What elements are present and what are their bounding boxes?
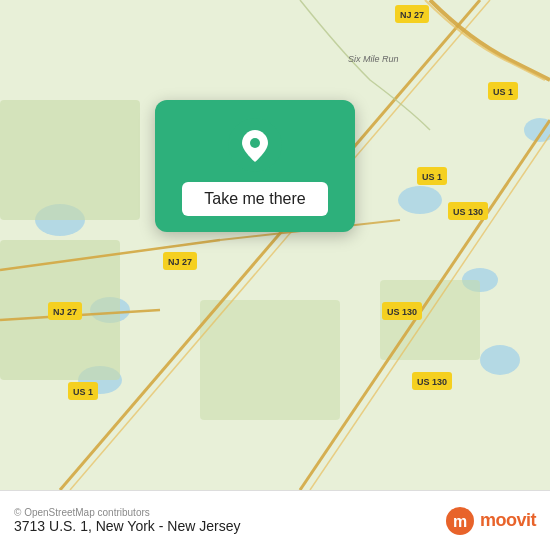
svg-text:NJ 27: NJ 27 xyxy=(53,307,77,317)
svg-text:US 1: US 1 xyxy=(493,87,513,97)
svg-rect-8 xyxy=(0,100,140,220)
svg-text:US 130: US 130 xyxy=(387,307,417,317)
address-label: 3713 U.S. 1, New York - New Jersey xyxy=(14,518,240,534)
svg-text:US 1: US 1 xyxy=(422,172,442,182)
svg-text:NJ 27: NJ 27 xyxy=(168,257,192,267)
svg-text:US 130: US 130 xyxy=(417,377,447,387)
svg-text:US 130: US 130 xyxy=(453,207,483,217)
svg-rect-10 xyxy=(200,300,340,420)
bottom-bar: © OpenStreetMap contributors 3713 U.S. 1… xyxy=(0,490,550,550)
moovit-brand-label: moovit xyxy=(480,510,536,531)
action-card[interactable]: Take me there xyxy=(155,100,355,232)
moovit-logo: m moovit xyxy=(445,506,536,536)
take-me-there-button[interactable]: Take me there xyxy=(182,182,327,216)
moovit-m-icon: m xyxy=(445,506,475,536)
location-pin-icon xyxy=(228,118,282,172)
map-attribution: © OpenStreetMap contributors xyxy=(14,507,240,518)
bottom-info: © OpenStreetMap contributors 3713 U.S. 1… xyxy=(14,507,240,534)
svg-point-1 xyxy=(398,186,442,214)
svg-text:m: m xyxy=(453,513,467,530)
map-container: NJ 27 NJ 27 US 1 US 1 US 130 US 130 US 1… xyxy=(0,0,550,490)
svg-point-6 xyxy=(480,345,520,375)
svg-point-39 xyxy=(250,138,260,148)
svg-text:US 1: US 1 xyxy=(73,387,93,397)
svg-text:NJ 27: NJ 27 xyxy=(400,10,424,20)
svg-text:Six Mile Run: Six Mile Run xyxy=(348,54,399,64)
